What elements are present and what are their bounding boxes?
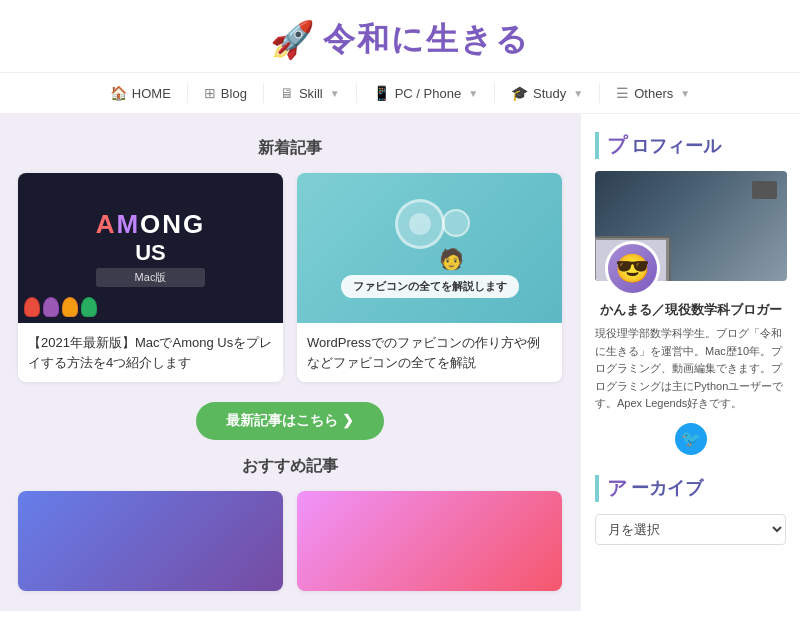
archive-heading-char: ア	[607, 475, 627, 502]
archive-section: アーカイブ 月を選択	[595, 475, 786, 545]
nav-others-label: Others	[634, 86, 673, 101]
nav-blog[interactable]: ⊞ Blog	[188, 73, 263, 113]
others-icon: ☰	[616, 85, 629, 101]
pc-phone-arrow: ▼	[468, 88, 478, 99]
nav-skill-label: Skill	[299, 86, 323, 101]
blog-icon: ⊞	[204, 85, 216, 101]
favicon-circle-2	[442, 209, 470, 237]
recommended-heading: おすすめ記事	[18, 456, 562, 477]
latest-articles-button[interactable]: 最新記事はこちら ❯	[196, 402, 384, 440]
others-arrow: ▼	[680, 88, 690, 99]
recommended-cards	[18, 491, 562, 591]
profile-section: プロフィール	[595, 132, 786, 455]
card-body-2: WordPressでのファビコンの作り方や例などファビコンの全てを解説	[297, 323, 562, 382]
site-logo[interactable]: 🚀 令和に生きる	[0, 18, 800, 62]
avatar-face: 😎	[615, 252, 650, 285]
card-body-1: 【2021年最新版】MacでAmong Usをプレイする方法を4つ紹介します	[18, 323, 283, 382]
nav-home-label: HOME	[132, 86, 171, 101]
twitter-button[interactable]: 🐦	[675, 423, 707, 455]
profile-name: かんまる／現役数学科ブロガー	[595, 301, 786, 319]
among-us-bg: AMONG US Mac版	[18, 173, 283, 323]
char-purple	[43, 297, 59, 317]
nav-pc-phone[interactable]: 📱 PC / Phone ▼	[357, 73, 494, 113]
among-us-title-2: US	[96, 240, 206, 266]
char-green	[81, 297, 97, 317]
nav-blog-label: Blog	[221, 86, 247, 101]
profile-heading-rest: ロフィール	[631, 134, 721, 158]
profile-heading-char: プ	[607, 132, 627, 159]
avatar: 😎	[605, 241, 660, 296]
content-area: 新着記事 AMONG US Mac版	[0, 114, 580, 611]
article-title-1: 【2021年最新版】MacでAmong Usをプレイする方法を4つ紹介します	[28, 333, 273, 372]
phone-icon: 📱	[373, 85, 390, 101]
mac-badge: Mac版	[96, 268, 206, 287]
study-icon: 🎓	[511, 85, 528, 101]
recommended-card-1[interactable]	[18, 491, 283, 591]
favicon-bg: 🧑 ファビコンの全てを解説します	[297, 173, 562, 323]
favicon-label: ファビコンの全てを解説します	[341, 275, 519, 298]
favicon-inner-1	[409, 213, 431, 235]
nav-skill[interactable]: 🖥 Skill ▼	[264, 73, 356, 113]
archive-heading: アーカイブ	[595, 475, 786, 502]
rocket-icon: 🚀	[270, 19, 315, 61]
among-us-chars	[24, 297, 97, 317]
site-header: 🚀 令和に生きる	[0, 0, 800, 72]
cta-wrapper: 最新記事はこちら ❯	[18, 402, 562, 440]
twitter-icon: 🐦	[681, 429, 701, 448]
camera-object	[752, 181, 777, 199]
article-title-2: WordPressでのファビコンの作り方や例などファビコンの全てを解説	[307, 333, 552, 372]
profile-image-area: 😎	[595, 171, 786, 281]
among-us-thumbnail: AMONG US Mac版	[18, 173, 283, 323]
main-wrapper: 新着記事 AMONG US Mac版	[0, 114, 800, 611]
main-nav: 🏠 HOME ⊞ Blog 🖥 Skill ▼ 📱 PC / Phone ▼ 🎓…	[0, 72, 800, 114]
char-red	[24, 297, 40, 317]
favicon-circle-1	[395, 199, 445, 249]
archive-heading-rest: ーカイブ	[631, 476, 703, 500]
nav-study-label: Study	[533, 86, 566, 101]
nav-home[interactable]: 🏠 HOME	[94, 73, 187, 113]
sidebar: プロフィール	[580, 114, 800, 611]
skill-icon: 🖥	[280, 85, 294, 101]
article-card-among-us[interactable]: AMONG US Mac版	[18, 173, 283, 382]
favicon-illustration: 🧑	[390, 199, 470, 269]
char-orange	[62, 297, 78, 317]
article-card-favicon[interactable]: 🧑 ファビコンの全てを解説します WordPressでのファビコンの作り方や例な…	[297, 173, 562, 382]
home-icon: 🏠	[110, 85, 127, 101]
nav-pc-phone-label: PC / Phone	[395, 86, 462, 101]
profile-description: 現役理学部数学科学生。ブログ「令和に生きる」を運営中。Mac歴10年。プログラミ…	[595, 325, 786, 413]
favicon-person: 🧑	[439, 247, 464, 271]
archive-select[interactable]: 月を選択	[595, 514, 786, 545]
study-arrow: ▼	[573, 88, 583, 99]
nav-study[interactable]: 🎓 Study ▼	[495, 73, 599, 113]
article-cards-grid: AMONG US Mac版	[18, 173, 562, 382]
site-title: 令和に生きる	[323, 18, 530, 62]
skill-arrow: ▼	[330, 88, 340, 99]
recommended-card-2[interactable]	[297, 491, 562, 591]
new-articles-heading: 新着記事	[18, 134, 562, 159]
nav-inner: 🏠 HOME ⊞ Blog 🖥 Skill ▼ 📱 PC / Phone ▼ 🎓…	[0, 73, 800, 113]
among-us-game-title: AMONG	[96, 209, 206, 240]
favicon-thumbnail: 🧑 ファビコンの全てを解説します	[297, 173, 562, 323]
among-us-title-area: AMONG US Mac版	[96, 209, 206, 287]
profile-heading: プロフィール	[595, 132, 786, 159]
nav-others[interactable]: ☰ Others ▼	[600, 73, 706, 113]
